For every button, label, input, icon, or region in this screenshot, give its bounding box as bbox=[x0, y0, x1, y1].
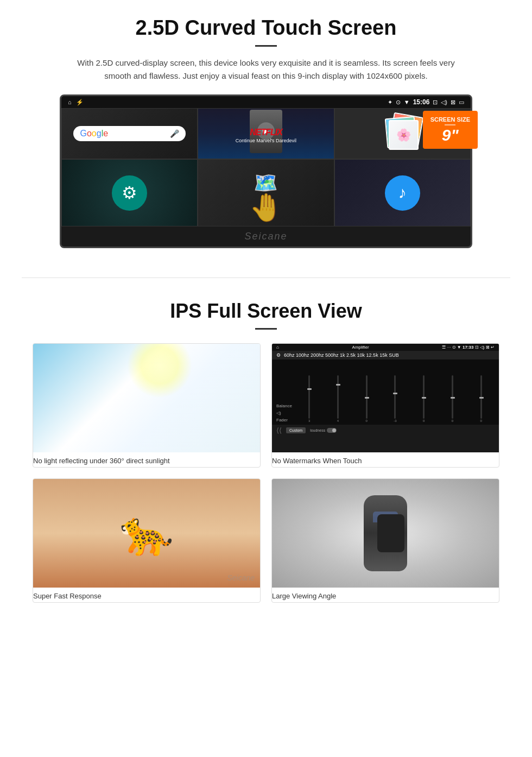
amp-volume-icon: ◁) bbox=[276, 411, 292, 415]
share-cell[interactable]: 🗺️ 🤚 Share location 1 × 1 bbox=[198, 159, 334, 226]
amp-back-icon: ⟨⟨ bbox=[276, 426, 282, 434]
eq-track-5 bbox=[423, 375, 425, 419]
usb-icon: ⚡ bbox=[76, 99, 84, 106]
status-time: 15:06 bbox=[413, 98, 430, 106]
sunlight-card: No light reflecting under 360° direct su… bbox=[33, 343, 261, 468]
eq-track-2 bbox=[337, 375, 339, 419]
google-cell-inner: Google 🎤 bbox=[62, 109, 197, 159]
app-grid: Google 🎤 Google 3 × 1 bbox=[61, 108, 471, 226]
section2-ips: IPS Full Screen View No light reflecting… bbox=[0, 294, 532, 614]
hand-maps: 🗺️ 🤚 bbox=[249, 172, 283, 226]
google-cell[interactable]: Google 🎤 Google 3 × 1 bbox=[61, 108, 198, 159]
home-icon: ⌂ bbox=[68, 99, 72, 105]
badge-underline bbox=[445, 124, 455, 125]
badge-label: Screen Size bbox=[430, 116, 470, 123]
google-search-bar[interactable]: Google 🎤 bbox=[73, 126, 185, 141]
car-card: Large Viewing Angle bbox=[271, 478, 499, 603]
maps-icon: 🗺️ bbox=[254, 172, 278, 194]
sound-icon-circle: ♪ bbox=[385, 175, 420, 211]
amp-freq-labels: 60hz 100hz 200hz 500hz 1k 2.5k 10k 12.5k… bbox=[284, 352, 399, 358]
sound-label-bar: Sound Search 1 × 1 bbox=[335, 226, 470, 226]
netflix-cell[interactable]: ▶ NETFLIX Continue Marvel's Daredevil Ne… bbox=[198, 108, 334, 159]
title-underline bbox=[255, 45, 277, 47]
car-top-view bbox=[358, 493, 413, 574]
settings-cell-inner: ⚙ bbox=[62, 160, 197, 226]
car-roof bbox=[377, 514, 404, 552]
photo-stack: 🌸 bbox=[383, 115, 421, 153]
share-cell-inner: 🗺️ 🤚 bbox=[198, 160, 333, 226]
eq-track-4 bbox=[394, 375, 396, 419]
bluetooth-icon: ✦ bbox=[388, 99, 392, 106]
section1-description: With 2.5D curved-display screen, this de… bbox=[76, 56, 456, 83]
google-logo: Google bbox=[80, 129, 108, 138]
status-bar-left: ⌂ ⚡ bbox=[68, 99, 84, 106]
loudness-label: loudness bbox=[310, 428, 325, 432]
eq-track-1 bbox=[308, 375, 310, 419]
toggle-pill[interactable] bbox=[327, 428, 337, 433]
amp-title: Amplifier bbox=[352, 345, 369, 350]
amplifier-image: ⌂ Amplifier ☰ ··· ⊙ ▼ 17:33 ⊡ ◁) ⊠ ↵ ⚙ 6… bbox=[272, 344, 499, 452]
section2-title: IPS Full Screen View bbox=[33, 300, 499, 323]
eq-val-6: 0 bbox=[452, 419, 453, 422]
eq-val-5: 0 bbox=[423, 419, 425, 422]
section1-curved-touch: 2.5D Curved Touch Screen With 2.5D curve… bbox=[0, 0, 532, 261]
cheetah-watermark: Seicane bbox=[227, 573, 255, 582]
badge-size: 9" bbox=[430, 127, 470, 143]
eq-bar-4: -3 bbox=[382, 375, 409, 422]
section1-title: 2.5D Curved Touch Screen bbox=[33, 16, 499, 40]
eq-bar-3: 0 bbox=[353, 375, 380, 422]
sunlight-caption: No light reflecting under 360° direct su… bbox=[33, 452, 260, 467]
amp-status-bar: ⌂ Amplifier ☰ ··· ⊙ ▼ 17:33 ⊡ ◁) ⊠ ↵ bbox=[272, 344, 499, 351]
sound-cell[interactable]: ♪ Sound Search 1 × 1 bbox=[334, 159, 471, 226]
wifi-icon: ▼ bbox=[404, 99, 410, 105]
status-bar: ⌂ ⚡ ✦ ⊙ ▼ 15:06 ⊡ ◁) ⊠ ▭ bbox=[61, 96, 471, 108]
location-icon: ⊙ bbox=[396, 99, 401, 106]
car-body bbox=[364, 495, 407, 571]
camera-icon: ⊡ bbox=[433, 99, 438, 106]
eq-val-7: 0 bbox=[480, 419, 482, 422]
amp-title-bar: ⚙ 60hz 100hz 200hz 500hz 1k 2.5k 10k 12.… bbox=[272, 351, 499, 359]
section-divider bbox=[22, 277, 510, 278]
eq-track-6 bbox=[452, 375, 453, 419]
amp-label-balance: Balance bbox=[276, 403, 292, 408]
photo-card-3: 🌸 bbox=[389, 120, 419, 150]
image-grid: No light reflecting under 360° direct su… bbox=[33, 343, 499, 603]
mic-icon: 🎤 bbox=[170, 129, 179, 138]
eq-track-3 bbox=[366, 375, 368, 419]
amp-icons: ☰ ··· ⊙ ▼ 17:33 ⊡ ◁) ⊠ ↵ bbox=[442, 345, 495, 350]
cheetah-card: 🐆 Seicane Super Fast Response bbox=[33, 478, 261, 603]
car-caption: Large Viewing Angle bbox=[272, 588, 499, 602]
amplifier-caption: No Watermarks When Touch bbox=[272, 452, 499, 467]
section2-underline bbox=[255, 328, 277, 330]
amp-custom-button[interactable]: Custom bbox=[286, 427, 306, 433]
amp-time: 17:33 bbox=[463, 345, 473, 350]
sunlight-rays bbox=[127, 344, 192, 398]
amp-home-icon: ⌂ bbox=[276, 345, 279, 350]
share-label-bar: Share location 1 × 1 bbox=[198, 226, 333, 226]
amp-eq-area: Balance ◁) Fader 3 4 bbox=[272, 359, 499, 425]
cheetah-image: 🐆 Seicane bbox=[33, 479, 260, 588]
hand-touch-icon: 🤚 bbox=[249, 192, 283, 223]
amp-eq-icon: ⚙ bbox=[276, 352, 281, 358]
device-mockup: Screen Size 9" ⌂ ⚡ ✦ ⊙ ▼ 15:06 ⊡ ◁) ⊠ bbox=[60, 94, 472, 248]
x-icon: ⊠ bbox=[451, 99, 455, 106]
eq-val-2: 4 bbox=[337, 419, 339, 422]
settings-icon-circle: ⚙ bbox=[112, 175, 147, 211]
settings-label-bar: Settings shortcut 1 × 1 bbox=[62, 226, 197, 226]
netflix-subtitle: Continue Marvel's Daredevil bbox=[202, 138, 329, 143]
sunlight-image bbox=[33, 344, 260, 452]
settings-cell[interactable]: ⚙ Settings shortcut 1 × 1 bbox=[61, 159, 198, 226]
cheetah-caption: Super Fast Response bbox=[33, 588, 260, 602]
watermark: Seicane bbox=[61, 226, 471, 247]
amp-bottom-bar: ⟨⟨ Custom loudness bbox=[272, 425, 499, 436]
status-bar-right: ✦ ⊙ ▼ 15:06 ⊡ ◁) ⊠ ▭ bbox=[388, 98, 464, 106]
cheetah-emoji: 🐆 bbox=[119, 508, 174, 559]
eq-bar-5: 0 bbox=[410, 375, 438, 422]
eq-val-4: -3 bbox=[394, 419, 396, 422]
eq-bar-6: 0 bbox=[439, 375, 466, 422]
amplifier-card: ⌂ Amplifier ☰ ··· ⊙ ▼ 17:33 ⊡ ◁) ⊠ ↵ ⚙ 6… bbox=[271, 343, 499, 468]
car-image bbox=[272, 479, 499, 588]
battery-icon: ▭ bbox=[459, 99, 464, 106]
amp-label-fader: Fader bbox=[276, 418, 292, 422]
netflix-cell-inner: ▶ NETFLIX Continue Marvel's Daredevil bbox=[198, 109, 333, 159]
